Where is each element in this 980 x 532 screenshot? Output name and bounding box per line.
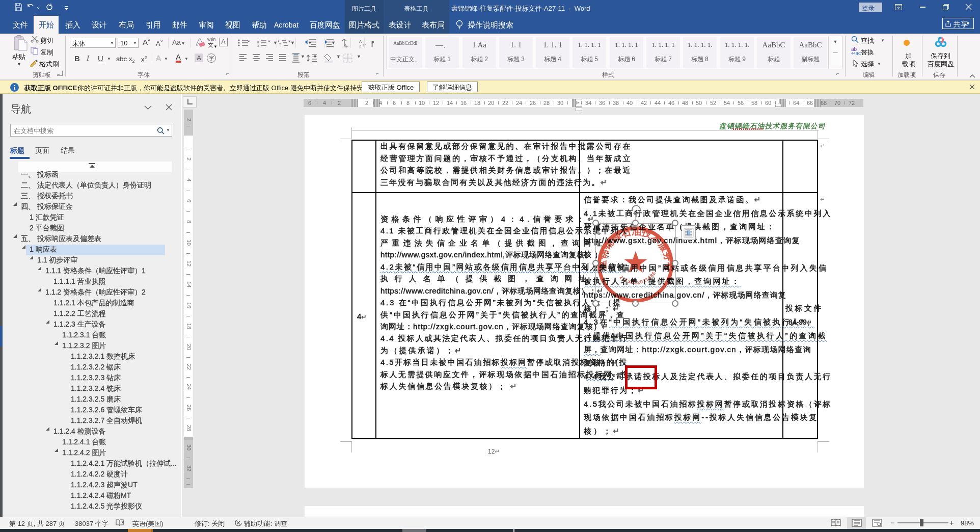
svg-text:i: i: [281, 44, 281, 47]
svg-text:2113022011686: 2113022011686: [619, 270, 657, 285]
svg-text:Z: Z: [359, 44, 362, 48]
svg-text:A: A: [359, 39, 362, 44]
svg-text:A: A: [344, 43, 347, 48]
svg-text:3: 3: [257, 44, 259, 47]
